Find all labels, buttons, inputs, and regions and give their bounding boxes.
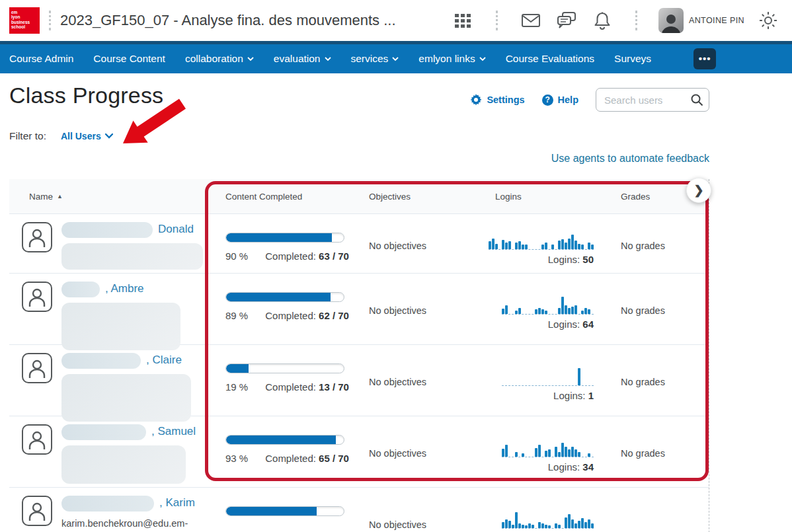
completed-label: Completed: 63 / 70 xyxy=(265,250,349,262)
column-header-content[interactable]: Content Completed xyxy=(216,192,360,202)
logins-sparkline-chart xyxy=(502,293,594,315)
content-progress-bar xyxy=(225,292,344,302)
percent-label: 93 % xyxy=(225,453,248,464)
class-progress-table: ❯ Name▲ Content Completed Objectives Log… xyxy=(9,179,709,532)
logins-cell: Logins: 34 xyxy=(486,416,612,487)
completed-label: Completed: 62 / 70 xyxy=(265,310,349,321)
student-avatar[interactable] xyxy=(22,496,52,526)
mail-button[interactable] xyxy=(519,9,543,32)
chat-icon xyxy=(557,11,576,30)
column-header-objectives[interactable]: Objectives xyxy=(360,192,486,202)
divider xyxy=(635,11,637,30)
chevron-down-icon xyxy=(325,57,331,61)
notifications-button[interactable] xyxy=(590,9,614,32)
logins-cell: Logins: 64 xyxy=(486,274,612,350)
objectives-cell: No objectives xyxy=(360,274,486,350)
student-email: karim.benchekroun@edu.em- xyxy=(61,518,195,529)
help-link[interactable]: ? Help xyxy=(542,95,578,106)
redacted-name xyxy=(61,282,100,297)
nav-evaluation[interactable]: evaluation xyxy=(274,53,331,65)
filter-dropdown[interactable]: All Users xyxy=(61,131,113,141)
divider xyxy=(496,11,498,30)
redacted-email xyxy=(61,303,180,350)
apps-grid-button[interactable] xyxy=(451,9,475,32)
grades-cell: No grades xyxy=(612,214,709,273)
percent-label: 89 % xyxy=(225,310,248,321)
student-name-link[interactable]: , Ambre xyxy=(105,282,144,295)
redacted-email xyxy=(61,243,203,270)
student-avatar[interactable] xyxy=(22,353,52,383)
user-name: ANTOINE PIN xyxy=(689,16,744,25)
grades-cell xyxy=(612,488,709,532)
percent-label: 19 % xyxy=(225,381,248,393)
logins-sparkline-chart xyxy=(489,229,594,250)
settings-link[interactable]: Settings xyxy=(470,94,524,106)
nav-services[interactable]: services xyxy=(351,53,399,65)
mail-icon xyxy=(521,13,541,28)
table-row: , Claire 19 % Completed: 13 / 70 No obje… xyxy=(9,345,709,416)
content-progress-bar xyxy=(225,506,344,516)
objectives-cell: No objectives xyxy=(360,345,486,422)
content-progress-bar xyxy=(225,363,344,373)
nav-surveys[interactable]: Surveys xyxy=(614,53,651,65)
redacted-name xyxy=(61,222,153,238)
user-menu[interactable]: ANTOINE PIN xyxy=(658,8,744,33)
chevron-down-icon xyxy=(392,57,399,61)
logins-sparkline-chart xyxy=(502,365,594,386)
grades-cell: No grades xyxy=(612,345,709,422)
nav-course-content[interactable]: Course Content xyxy=(93,53,165,65)
table-row: Donald 90 % Completed: 63 / 70 No object… xyxy=(9,214,709,274)
nav-emlyon-links[interactable]: emlyon links xyxy=(418,53,485,65)
percent-label: 90 % xyxy=(225,250,248,262)
emlyon-logo[interactable]: emlyonbusinessschool xyxy=(9,7,40,34)
content-progress-bar xyxy=(225,435,344,445)
objectives-cell: No objectives xyxy=(360,416,486,487)
search-users xyxy=(596,88,709,112)
admin-gear-button[interactable] xyxy=(756,9,780,32)
divider xyxy=(49,11,51,30)
column-header-logins[interactable]: Logins xyxy=(486,192,612,202)
chevron-down-icon xyxy=(479,57,486,61)
student-name-link[interactable]: , Karim xyxy=(159,496,195,509)
grades-cell: No grades xyxy=(612,416,709,487)
completed-label: Completed: 13 / 70 xyxy=(265,381,349,393)
gear-icon xyxy=(758,11,778,30)
student-avatar[interactable] xyxy=(22,282,52,312)
bell-icon xyxy=(594,11,611,30)
redacted-email xyxy=(61,374,191,422)
table-header-row: Name▲ Content Completed Objectives Login… xyxy=(9,179,709,214)
logins-sparkline-chart xyxy=(502,436,594,457)
nav-course-evaluations[interactable]: Course Evaluations xyxy=(506,53,594,65)
nav-course-admin[interactable]: Course Admin xyxy=(9,53,73,65)
student-name-link[interactable]: Donald xyxy=(158,223,194,235)
scroll-columns-right-button[interactable]: ❯ xyxy=(686,178,711,203)
apps-grid-icon xyxy=(454,11,472,30)
settings-gear-icon xyxy=(470,94,482,106)
student-name-link[interactable]: , Samuel xyxy=(151,425,196,437)
sort-asc-icon: ▲ xyxy=(57,193,63,200)
nav-more-button[interactable]: ••• xyxy=(693,48,716,69)
table-row: , Samuel 93 % Completed: 65 / 70 No obje… xyxy=(9,416,709,488)
chevron-down-icon xyxy=(105,133,113,139)
filter-label: Filter to: xyxy=(9,130,46,142)
use-agents-link[interactable]: Use agents to automate feedback xyxy=(551,153,709,164)
chat-button[interactable] xyxy=(555,9,578,32)
redacted-name xyxy=(61,353,141,369)
logins-sparkline-chart xyxy=(502,508,594,529)
app-header: emlyonbusinessschool 2023_GF150_07 - Ana… xyxy=(0,0,792,41)
objectives-cell: No objectives xyxy=(360,488,486,532)
nav-collaboration[interactable]: collaboration xyxy=(185,53,254,65)
table-row: , Karim karim.benchekroun@edu.em- No obj… xyxy=(9,488,709,532)
chevron-down-icon xyxy=(247,57,254,61)
column-header-name[interactable]: Name▲ xyxy=(9,192,216,202)
search-icon[interactable] xyxy=(690,93,703,109)
student-name-link[interactable]: , Claire xyxy=(146,354,182,366)
table-row: , Ambre 89 % Completed: 62 / 70 No objec… xyxy=(9,274,709,345)
help-icon: ? xyxy=(542,95,553,106)
grades-cell: No grades xyxy=(612,274,709,350)
course-title[interactable]: 2023_GF150_07 - Analyse fina. des mouvem… xyxy=(60,12,396,29)
logins-cell xyxy=(486,488,612,532)
page-title: Class Progress xyxy=(9,83,163,108)
student-avatar[interactable] xyxy=(22,424,52,455)
student-avatar[interactable] xyxy=(22,222,52,252)
